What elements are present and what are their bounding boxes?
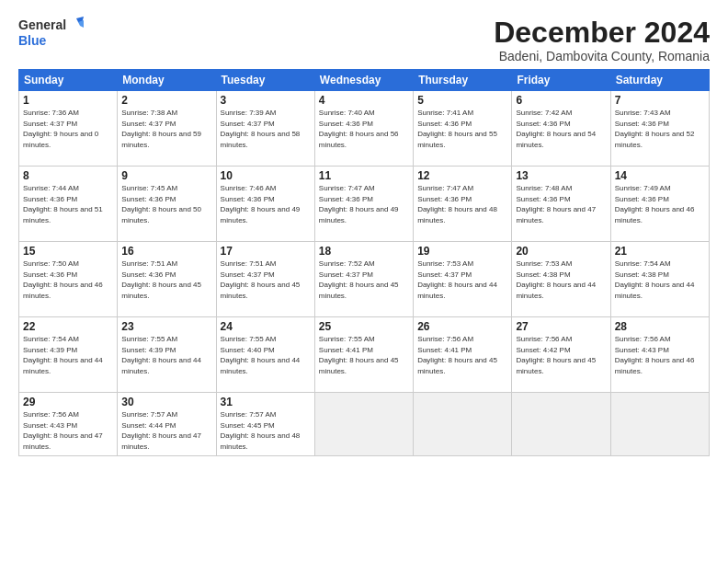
day-detail: Sunrise: 7:53 AMSunset: 4:37 PMDaylight:… [417, 259, 497, 300]
table-row: 21 Sunrise: 7:54 AMSunset: 4:38 PMDaylig… [610, 242, 709, 317]
day-detail: Sunrise: 7:57 AMSunset: 4:44 PMDaylight:… [121, 410, 201, 451]
table-row: 22 Sunrise: 7:54 AMSunset: 4:39 PMDaylig… [19, 317, 118, 393]
table-row [414, 393, 512, 455]
day-detail: Sunrise: 7:51 AMSunset: 4:36 PMDaylight:… [121, 259, 201, 300]
day-detail: Sunrise: 7:47 AMSunset: 4:36 PMDaylight:… [319, 184, 399, 224]
day-detail: Sunrise: 7:54 AMSunset: 4:39 PMDaylight:… [23, 335, 103, 375]
day-number: 13 [516, 169, 606, 182]
day-detail: Sunrise: 7:49 AMSunset: 4:36 PMDaylight:… [615, 184, 695, 224]
table-row: 23 Sunrise: 7:55 AMSunset: 4:39 PMDaylig… [118, 317, 216, 393]
header: General Blue December 2024 Badeni, Dambo… [18, 17, 710, 63]
day-number: 25 [319, 320, 409, 333]
header-monday: Monday [118, 70, 216, 91]
day-number: 1 [23, 94, 113, 107]
day-detail: Sunrise: 7:52 AMSunset: 4:37 PMDaylight:… [319, 259, 399, 300]
month-title: December 2024 [494, 17, 710, 49]
table-row: 1 Sunrise: 7:36 AMSunset: 4:37 PMDayligh… [19, 91, 118, 167]
day-detail: Sunrise: 7:41 AMSunset: 4:36 PMDaylight:… [417, 109, 497, 149]
day-number: 26 [417, 320, 507, 333]
table-row: 9 Sunrise: 7:45 AMSunset: 4:36 PMDayligh… [118, 167, 216, 242]
table-row: 12 Sunrise: 7:47 AMSunset: 4:36 PMDaylig… [414, 167, 512, 242]
table-row: 18 Sunrise: 7:52 AMSunset: 4:37 PMDaylig… [314, 242, 413, 317]
day-detail: Sunrise: 7:50 AMSunset: 4:36 PMDaylight:… [23, 259, 103, 300]
header-friday: Friday [512, 70, 610, 91]
table-row [512, 393, 610, 455]
day-detail: Sunrise: 7:44 AMSunset: 4:36 PMDaylight:… [23, 184, 103, 224]
table-row: 28 Sunrise: 7:56 AMSunset: 4:43 PMDaylig… [610, 317, 709, 393]
table-row: 19 Sunrise: 7:53 AMSunset: 4:37 PMDaylig… [414, 242, 512, 317]
table-row: 24 Sunrise: 7:55 AMSunset: 4:40 PMDaylig… [216, 317, 314, 393]
day-number: 16 [121, 245, 211, 258]
table-row: 31 Sunrise: 7:57 AMSunset: 4:45 PMDaylig… [216, 393, 314, 455]
logo: General Blue [18, 17, 84, 48]
table-row: 6 Sunrise: 7:42 AMSunset: 4:36 PMDayligh… [512, 91, 610, 167]
day-number: 30 [121, 396, 211, 408]
day-detail: Sunrise: 7:42 AMSunset: 4:36 PMDaylight:… [516, 109, 596, 149]
day-number: 17 [221, 245, 311, 258]
day-detail: Sunrise: 7:55 AMSunset: 4:41 PMDaylight:… [319, 335, 399, 375]
table-row: 11 Sunrise: 7:47 AMSunset: 4:36 PMDaylig… [314, 167, 413, 242]
day-detail: Sunrise: 7:48 AMSunset: 4:36 PMDaylight:… [516, 184, 596, 224]
day-number: 15 [23, 245, 113, 258]
table-row: 15 Sunrise: 7:50 AMSunset: 4:36 PMDaylig… [19, 242, 118, 317]
day-number: 31 [221, 396, 311, 408]
day-number: 12 [417, 169, 507, 182]
day-number: 2 [121, 94, 211, 107]
header-thursday: Thursday [414, 70, 512, 91]
day-number: 29 [23, 396, 113, 408]
table-row: 13 Sunrise: 7:48 AMSunset: 4:36 PMDaylig… [512, 167, 610, 242]
day-number: 3 [221, 94, 311, 107]
day-number: 28 [615, 320, 705, 333]
day-detail: Sunrise: 7:55 AMSunset: 4:39 PMDaylight:… [121, 335, 201, 375]
day-number: 7 [615, 94, 705, 107]
table-row: 27 Sunrise: 7:56 AMSunset: 4:42 PMDaylig… [512, 317, 610, 393]
table-row: 17 Sunrise: 7:51 AMSunset: 4:37 PMDaylig… [216, 242, 314, 317]
day-number: 23 [121, 320, 211, 333]
day-detail: Sunrise: 7:47 AMSunset: 4:36 PMDaylight:… [417, 184, 497, 224]
table-row: 20 Sunrise: 7:53 AMSunset: 4:38 PMDaylig… [512, 242, 610, 317]
day-detail: Sunrise: 7:56 AMSunset: 4:41 PMDaylight:… [417, 335, 497, 375]
day-detail: Sunrise: 7:56 AMSunset: 4:43 PMDaylight:… [615, 335, 695, 375]
header-tuesday: Tuesday [216, 70, 314, 91]
day-detail: Sunrise: 7:36 AMSunset: 4:37 PMDaylight:… [23, 109, 98, 149]
table-row: 2 Sunrise: 7:38 AMSunset: 4:37 PMDayligh… [118, 91, 216, 167]
day-number: 8 [23, 169, 113, 182]
table-row: 3 Sunrise: 7:39 AMSunset: 4:37 PMDayligh… [216, 91, 314, 167]
day-detail: Sunrise: 7:45 AMSunset: 4:36 PMDaylight:… [121, 184, 201, 224]
table-row: 10 Sunrise: 7:46 AMSunset: 4:36 PMDaylig… [216, 167, 314, 242]
day-detail: Sunrise: 7:57 AMSunset: 4:45 PMDaylight:… [221, 410, 301, 451]
title-group: December 2024 Badeni, Dambovita County, … [494, 17, 710, 63]
day-detail: Sunrise: 7:51 AMSunset: 4:37 PMDaylight:… [221, 259, 301, 300]
day-detail: Sunrise: 7:43 AMSunset: 4:36 PMDaylight:… [615, 109, 695, 149]
day-number: 5 [417, 94, 507, 107]
table-row: 4 Sunrise: 7:40 AMSunset: 4:36 PMDayligh… [314, 91, 413, 167]
day-detail: Sunrise: 7:56 AMSunset: 4:42 PMDaylight:… [516, 335, 596, 375]
calendar-table: Sunday Monday Tuesday Wednesday Thursday… [18, 69, 710, 455]
day-number: 11 [319, 169, 409, 182]
table-row: 5 Sunrise: 7:41 AMSunset: 4:36 PMDayligh… [414, 91, 512, 167]
header-wednesday: Wednesday [314, 70, 413, 91]
day-number: 18 [319, 245, 409, 258]
calendar-page: General Blue December 2024 Badeni, Dambo… [0, 0, 728, 563]
location-subtitle: Badeni, Dambovita County, Romania [494, 49, 710, 63]
day-number: 21 [615, 245, 705, 258]
day-detail: Sunrise: 7:38 AMSunset: 4:37 PMDaylight:… [121, 109, 201, 149]
table-row: 26 Sunrise: 7:56 AMSunset: 4:41 PMDaylig… [414, 317, 512, 393]
day-number: 22 [23, 320, 113, 333]
day-number: 6 [516, 94, 606, 107]
day-detail: Sunrise: 7:56 AMSunset: 4:43 PMDaylight:… [23, 410, 103, 451]
day-detail: Sunrise: 7:39 AMSunset: 4:37 PMDaylight:… [221, 109, 301, 149]
table-row: 16 Sunrise: 7:51 AMSunset: 4:36 PMDaylig… [118, 242, 216, 317]
table-row: 8 Sunrise: 7:44 AMSunset: 4:36 PMDayligh… [19, 167, 118, 242]
table-row: 14 Sunrise: 7:49 AMSunset: 4:36 PMDaylig… [610, 167, 709, 242]
table-row: 7 Sunrise: 7:43 AMSunset: 4:36 PMDayligh… [610, 91, 709, 167]
day-detail: Sunrise: 7:46 AMSunset: 4:36 PMDaylight:… [221, 184, 301, 224]
table-row: 25 Sunrise: 7:55 AMSunset: 4:41 PMDaylig… [314, 317, 413, 393]
day-detail: Sunrise: 7:54 AMSunset: 4:38 PMDaylight:… [615, 259, 695, 300]
table-row [610, 393, 709, 455]
header-saturday: Saturday [610, 70, 709, 91]
day-number: 19 [417, 245, 507, 258]
table-row [314, 393, 413, 455]
day-number: 24 [221, 320, 311, 333]
header-sunday: Sunday [19, 70, 118, 91]
